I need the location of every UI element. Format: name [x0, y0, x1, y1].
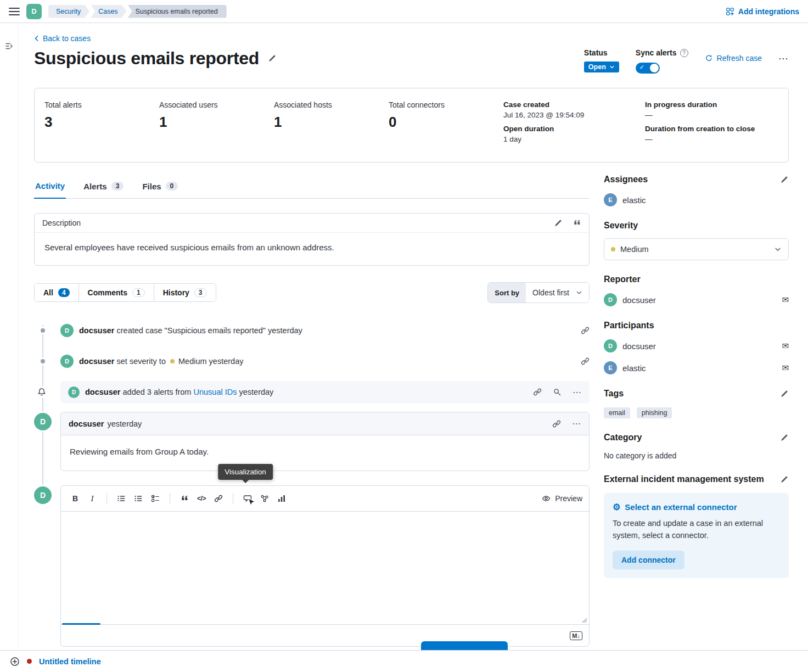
- lens-graph-icon[interactable]: [257, 491, 272, 506]
- files-count-badge: 0: [166, 182, 178, 191]
- refresh-icon: [705, 54, 712, 62]
- checklist-icon[interactable]: [148, 491, 163, 506]
- reporter-name: docsuser: [622, 295, 656, 305]
- comment-actions-menu-icon[interactable]: ⋯: [572, 418, 581, 429]
- tag-badge[interactable]: phishing: [637, 407, 672, 418]
- markdown-icon[interactable]: M↓: [570, 631, 582, 640]
- mail-icon[interactable]: ✉: [782, 341, 789, 351]
- event-time: yesterday: [268, 326, 302, 335]
- refresh-case-button[interactable]: Refresh case: [705, 54, 762, 63]
- description-body: Several employees have received suspicio…: [35, 233, 589, 265]
- investigate-in-timeline-icon[interactable]: [553, 388, 562, 396]
- timeline-dot: [41, 328, 45, 333]
- sync-alerts-toggle[interactable]: [636, 63, 660, 74]
- mail-icon[interactable]: ✉: [782, 363, 789, 373]
- status-control: Status Open: [584, 48, 619, 72]
- chevron-down-icon: [609, 64, 615, 70]
- status-badge[interactable]: Open: [584, 61, 619, 72]
- blockquote-icon[interactable]: [177, 491, 192, 506]
- description-title: Description: [42, 219, 81, 227]
- gear-icon: ⚙: [613, 502, 620, 512]
- edit-category-icon[interactable]: [780, 433, 789, 442]
- description-panel: Description Several employees have recei…: [34, 213, 590, 266]
- breadcrumb-current-case: Suspicious emails reported: [128, 5, 227, 18]
- bold-button[interactable]: B: [68, 491, 83, 506]
- event-action: added 3 alerts from: [123, 388, 192, 396]
- comment-user: docsuser: [69, 419, 104, 428]
- history-count-badge: 3: [194, 288, 207, 297]
- mail-icon[interactable]: ✉: [782, 295, 789, 305]
- edit-title-icon[interactable]: [268, 54, 277, 63]
- copy-link-icon[interactable]: [581, 326, 590, 335]
- severity-select[interactable]: Medium: [604, 238, 789, 260]
- alert-rule-link[interactable]: Unusual IDs: [193, 388, 237, 396]
- plus-circle-icon[interactable]: [10, 657, 20, 667]
- sort-by-label: Sort by: [488, 283, 526, 303]
- filter-history[interactable]: History 3: [154, 284, 216, 301]
- integrations-icon: [726, 7, 734, 16]
- breadcrumb: Security Cases Suspicious emails reporte…: [48, 5, 227, 18]
- editor-footer: M↓: [61, 624, 589, 646]
- select-external-connector-link[interactable]: ⚙ Select an external connector: [613, 502, 780, 512]
- external-connector-section: External incident management system ⚙ Se…: [604, 474, 789, 578]
- case-actions-menu-icon[interactable]: ⋯: [778, 54, 789, 64]
- activity-feed: D docsuser created case "Suspicious emai…: [34, 315, 590, 647]
- sort-value: Oldest first: [532, 288, 569, 297]
- space-avatar[interactable]: D: [26, 4, 42, 19]
- add-integrations-link[interactable]: Add integrations: [726, 7, 799, 16]
- timeline-dot: [41, 359, 45, 363]
- reporter-section: Reporter D docsuser ✉: [604, 275, 789, 306]
- comment-textarea[interactable]: [61, 512, 589, 624]
- edit-connector-icon[interactable]: [780, 475, 789, 484]
- filter-all[interactable]: All 4: [35, 284, 78, 301]
- resize-grip[interactable]: [581, 617, 587, 623]
- ordered-list-icon[interactable]: [131, 491, 146, 506]
- help-icon[interactable]: ?: [680, 49, 688, 57]
- bell-icon: [37, 387, 46, 397]
- editor-area: [61, 512, 589, 624]
- edit-description-icon[interactable]: [554, 219, 563, 227]
- untitled-timeline-link[interactable]: Untitled timeline: [39, 657, 101, 666]
- activity-filter-row: All 4 Comments 1 History 3 Sort: [34, 282, 590, 303]
- severity-value: Medium: [620, 245, 649, 254]
- severity-section: Severity Medium: [604, 221, 789, 260]
- sort-control[interactable]: Sort by Oldest first: [487, 282, 590, 303]
- edit-tags-icon[interactable]: [780, 389, 789, 398]
- link-icon[interactable]: [211, 491, 226, 506]
- copy-link-icon[interactable]: [552, 419, 561, 428]
- breadcrumb-cases[interactable]: Cases: [91, 5, 126, 18]
- visualization-icon[interactable]: [274, 491, 289, 506]
- filter-comments[interactable]: Comments 1: [78, 284, 154, 301]
- tab-alerts[interactable]: Alerts 3: [82, 175, 125, 198]
- edit-assignees-icon[interactable]: [780, 175, 789, 184]
- back-to-cases-link[interactable]: Back to cases: [34, 34, 91, 43]
- code-button[interactable]: </>: [194, 491, 209, 506]
- editor-toolbar: B I: [61, 486, 589, 512]
- unordered-list-icon[interactable]: [114, 491, 129, 506]
- italic-button[interactable]: I: [85, 491, 100, 506]
- participant-row: D docsuser ✉: [604, 339, 789, 352]
- metric-total-alerts: Total alerts 3: [44, 100, 159, 149]
- participants-title: Participants: [604, 321, 654, 331]
- external-connector-panel: ⚙ Select an external connector To create…: [604, 493, 789, 578]
- preview-button[interactable]: Preview: [542, 494, 582, 503]
- avatar: D: [60, 355, 74, 368]
- add-comment-button-partial[interactable]: [421, 641, 508, 650]
- alert-actions-menu-icon[interactable]: ⋯: [573, 387, 582, 397]
- menu-icon[interactable]: [9, 8, 20, 15]
- add-connector-button[interactable]: Add connector: [613, 551, 684, 569]
- event-action: set severity to: [117, 357, 166, 366]
- copy-link-icon[interactable]: [581, 357, 590, 366]
- assignee-name: elastic: [622, 195, 646, 205]
- copy-link-icon[interactable]: [533, 388, 542, 396]
- category-empty-text: No category is added: [604, 451, 789, 460]
- assignee-row: E elastic: [604, 193, 789, 206]
- expand-nav-icon[interactable]: [5, 42, 14, 672]
- tab-files[interactable]: Files 0: [141, 175, 179, 198]
- status-label: Status: [584, 48, 619, 57]
- tab-activity[interactable]: Activity: [34, 175, 66, 199]
- quote-description-icon[interactable]: [573, 219, 581, 227]
- metric-total-connectors: Total connectors 0: [389, 100, 503, 149]
- breadcrumb-security[interactable]: Security: [48, 5, 89, 18]
- tag-badge[interactable]: email: [604, 407, 630, 418]
